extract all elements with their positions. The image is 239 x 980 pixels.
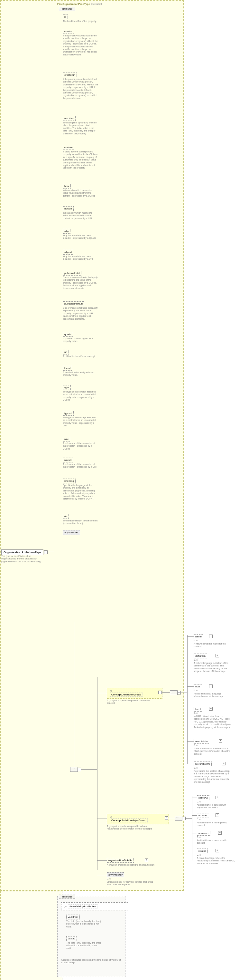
- any-desc: Extension point for provider-defined pro…: [107, 881, 155, 886]
- attr-pubconstraint: pubconstraint: [63, 271, 81, 275]
- expand-icon[interactable]: +: [219, 739, 222, 743]
- attr-qcode: qcode: [63, 332, 73, 337]
- attr-desc: A free-text value assigned as a property…: [63, 371, 98, 377]
- extension-label: FlexOrganisationPropType (extension): [57, 3, 102, 5]
- attr-typeuri: typeuri: [63, 411, 74, 416]
- attr-role: role: [63, 437, 70, 442]
- attr-desc: Indicates by which means the value was e…: [63, 212, 98, 220]
- expand-icon[interactable]: +: [218, 831, 222, 835]
- attr-desc: If the property value is not defined, sp…: [63, 35, 98, 56]
- attr-desc: The date (and, optionally, the time) bef…: [66, 920, 102, 928]
- attr-howuri: howuri: [63, 206, 74, 211]
- expand-icon[interactable]: +: [215, 795, 219, 799]
- group-desc: A group of properties required to indica…: [107, 825, 158, 830]
- attr-id: id: [63, 14, 68, 19]
- attr-desc: If the property value is not defined, sp…: [63, 78, 98, 100]
- attr-desc: Specifies the language of this property …: [63, 484, 98, 500]
- expand-icon[interactable]: +: [222, 762, 225, 765]
- child-sameas: sameAs: [197, 795, 209, 800]
- attr-desc: Why the metadata has been included - exp…: [63, 234, 98, 240]
- attr-desc: The type of the concept assigned as a co…: [63, 416, 98, 427]
- attr-desc: The local identifier of the property.: [63, 20, 98, 22]
- attr-xmllang: xml:lang: [63, 479, 76, 484]
- group-desc: A group of properties required to define…: [107, 699, 155, 705]
- attr-desc: The type of the concept assigned as a co…: [63, 391, 98, 401]
- child-note: note: [194, 684, 202, 689]
- group-desc: A group of attributes expressing the tim…: [61, 959, 122, 964]
- attributes-panel: [0, 891, 62, 980]
- attr-pubconstrainturi: pubconstrainturi: [63, 301, 84, 306]
- attr-desc: The date (and, optionally, the time) aft…: [66, 942, 102, 950]
- child-definition: definition: [194, 654, 207, 659]
- attr-desc: A URI which identifies a concept.: [63, 355, 98, 358]
- expand-icon[interactable]: +: [215, 654, 219, 657]
- sequence-icon: [170, 690, 177, 695]
- attributes-header: attributes: [59, 7, 75, 11]
- attr-desc: A qualified code assigned as a property …: [63, 337, 98, 343]
- child-hierarchyinfo: hierarchyInfo: [194, 762, 212, 766]
- attr-how: how: [63, 184, 71, 189]
- attr-uri: uri: [63, 350, 69, 355]
- attr-desc: One or many constraints that apply to pu…: [63, 307, 98, 320]
- expand-icon[interactable]: +: [145, 859, 148, 862]
- sequence-icon: [70, 767, 78, 772]
- child-desc: A natural language name for the concept.: [194, 643, 232, 648]
- organisation-details: organisationDetails: [107, 858, 134, 863]
- attr-creatoruri: creatoruri: [63, 73, 77, 77]
- child-narrower: narrower: [197, 831, 211, 836]
- attr-desc: Indicates by which means the value was e…: [63, 189, 98, 197]
- expand-icon[interactable]: −: [78, 768, 81, 771]
- any-element: any ##other: [107, 872, 124, 877]
- child-desc: A natural language definition of the sem…: [194, 662, 232, 673]
- attr-modified: modified: [63, 116, 76, 121]
- child-desc: In NAR 1.8 and later: facet is deprecate…: [194, 715, 232, 729]
- attr-validfrom: validfrom: [66, 915, 80, 920]
- expand-icon[interactable]: +: [215, 849, 219, 853]
- child-remoteinfo: remoteInfo: [194, 739, 209, 744]
- attr-roleuri: roleuri: [63, 458, 73, 463]
- child-name: name: [194, 634, 203, 639]
- expand-icon[interactable]: −: [44, 550, 47, 554]
- attr-validto: validto: [66, 936, 77, 941]
- orgdet-desc: A group of properties specific to an org…: [107, 864, 155, 866]
- attr-desc: The date (and, optionally, the time) whe…: [63, 121, 98, 135]
- attr-custom: custom: [63, 145, 74, 150]
- attr-desc: One or many constraints that apply to pu…: [63, 276, 98, 290]
- child-desc: An identifier of a more specific concept…: [197, 839, 236, 845]
- child-desc: A related concept, where the relationshi…: [197, 857, 236, 865]
- expand-icon[interactable]: −: [158, 690, 162, 694]
- expand-icon[interactable]: −: [165, 816, 168, 820]
- attr-desc: Why the metadata has been included - exp…: [63, 255, 98, 261]
- expand-icon[interactable]: +: [209, 684, 213, 688]
- child-desc: Represents the position of a concept in …: [194, 770, 232, 783]
- attr-desc: A refinement of the semantics of the pro…: [63, 442, 98, 450]
- attr-type: type: [63, 385, 71, 390]
- attributes-header: attributes: [59, 895, 75, 899]
- child-desc: An identifier of a more generic concept.: [197, 821, 236, 827]
- root-desc: The type for an affliation of an organis…: [1, 555, 41, 563]
- child-desc: An identifier of a concept with equivale…: [197, 804, 236, 809]
- child-related: related: [197, 848, 208, 853]
- time-validity-group: grp timeValidityAttributes: [61, 902, 128, 910]
- attr-any: any ##other: [63, 530, 80, 535]
- attr-desc: If set to true the corresponding propert…: [63, 151, 98, 170]
- child-desc: A link to an item or a web resource whic…: [194, 747, 232, 756]
- attr-dir: dir: [63, 514, 69, 519]
- concept-definition-group: ⊟ ConceptDefinitionGroup: [107, 688, 163, 698]
- attr-desc: The directionality of textual content (e…: [63, 520, 98, 525]
- sequence-icon: [175, 816, 182, 821]
- expand-icon[interactable]: −: [182, 817, 185, 820]
- child-facet: facet: [194, 707, 202, 711]
- root-type: OrganisationAffiliationType: [1, 549, 43, 555]
- expand-icon[interactable]: +: [209, 635, 213, 638]
- child-desc: Additional natural language information …: [194, 692, 232, 698]
- child-broader: broader: [197, 813, 209, 818]
- expand-icon[interactable]: +: [209, 707, 213, 711]
- attr-whyuri: whyuri: [63, 250, 73, 255]
- expand-icon[interactable]: +: [215, 813, 219, 817]
- attr-creator: creator: [63, 29, 74, 34]
- attr-literal: literal: [63, 366, 72, 371]
- attr-desc: A refinement of the semantics of the pro…: [63, 463, 98, 469]
- attr-why: why: [63, 229, 70, 234]
- expand-icon[interactable]: −: [177, 691, 181, 694]
